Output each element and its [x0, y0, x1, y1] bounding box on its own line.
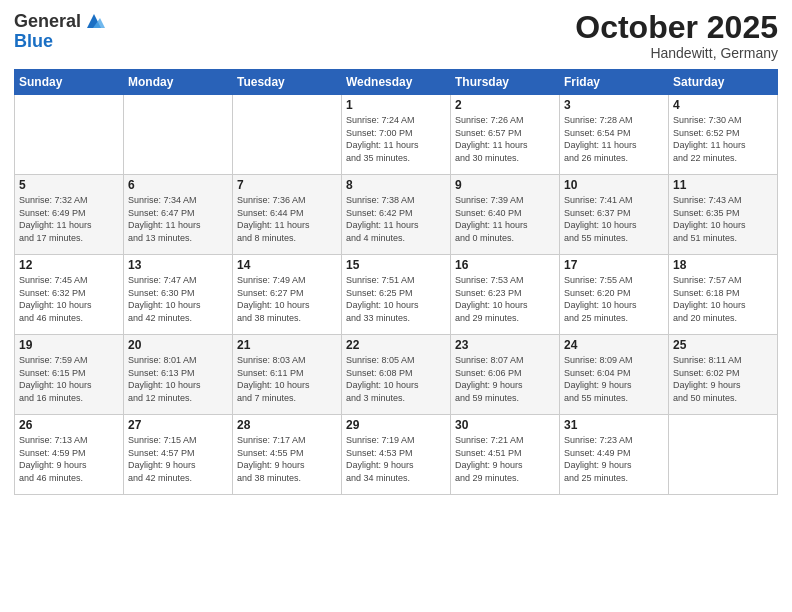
- calendar-week-4: 26Sunrise: 7:13 AM Sunset: 4:59 PM Dayli…: [15, 415, 778, 495]
- calendar-cell-0-6: 4Sunrise: 7:30 AM Sunset: 6:52 PM Daylig…: [669, 95, 778, 175]
- day-info: Sunrise: 8:07 AM Sunset: 6:06 PM Dayligh…: [455, 354, 555, 404]
- calendar-cell-1-6: 11Sunrise: 7:43 AM Sunset: 6:35 PM Dayli…: [669, 175, 778, 255]
- day-number: 31: [564, 418, 664, 432]
- day-info: Sunrise: 7:39 AM Sunset: 6:40 PM Dayligh…: [455, 194, 555, 244]
- col-header-wednesday: Wednesday: [342, 70, 451, 95]
- day-info: Sunrise: 8:09 AM Sunset: 6:04 PM Dayligh…: [564, 354, 664, 404]
- day-number: 26: [19, 418, 119, 432]
- calendar-week-2: 12Sunrise: 7:45 AM Sunset: 6:32 PM Dayli…: [15, 255, 778, 335]
- calendar-week-3: 19Sunrise: 7:59 AM Sunset: 6:15 PM Dayli…: [15, 335, 778, 415]
- day-info: Sunrise: 7:15 AM Sunset: 4:57 PM Dayligh…: [128, 434, 228, 484]
- calendar-cell-4-2: 28Sunrise: 7:17 AM Sunset: 4:55 PM Dayli…: [233, 415, 342, 495]
- day-number: 14: [237, 258, 337, 272]
- day-number: 16: [455, 258, 555, 272]
- day-info: Sunrise: 8:11 AM Sunset: 6:02 PM Dayligh…: [673, 354, 773, 404]
- location: Handewitt, Germany: [575, 45, 778, 61]
- calendar-cell-0-5: 3Sunrise: 7:28 AM Sunset: 6:54 PM Daylig…: [560, 95, 669, 175]
- col-header-tuesday: Tuesday: [233, 70, 342, 95]
- col-header-thursday: Thursday: [451, 70, 560, 95]
- day-info: Sunrise: 7:32 AM Sunset: 6:49 PM Dayligh…: [19, 194, 119, 244]
- calendar-cell-4-4: 30Sunrise: 7:21 AM Sunset: 4:51 PM Dayli…: [451, 415, 560, 495]
- calendar-cell-0-3: 1Sunrise: 7:24 AM Sunset: 7:00 PM Daylig…: [342, 95, 451, 175]
- calendar-cell-4-0: 26Sunrise: 7:13 AM Sunset: 4:59 PM Dayli…: [15, 415, 124, 495]
- day-number: 18: [673, 258, 773, 272]
- day-info: Sunrise: 7:28 AM Sunset: 6:54 PM Dayligh…: [564, 114, 664, 164]
- day-number: 1: [346, 98, 446, 112]
- calendar-cell-1-3: 8Sunrise: 7:38 AM Sunset: 6:42 PM Daylig…: [342, 175, 451, 255]
- calendar-cell-1-0: 5Sunrise: 7:32 AM Sunset: 6:49 PM Daylig…: [15, 175, 124, 255]
- day-info: Sunrise: 8:03 AM Sunset: 6:11 PM Dayligh…: [237, 354, 337, 404]
- calendar-table: SundayMondayTuesdayWednesdayThursdayFrid…: [14, 69, 778, 495]
- calendar-cell-0-2: [233, 95, 342, 175]
- calendar-cell-1-5: 10Sunrise: 7:41 AM Sunset: 6:37 PM Dayli…: [560, 175, 669, 255]
- day-number: 21: [237, 338, 337, 352]
- calendar-cell-3-3: 22Sunrise: 8:05 AM Sunset: 6:08 PM Dayli…: [342, 335, 451, 415]
- day-number: 6: [128, 178, 228, 192]
- day-number: 13: [128, 258, 228, 272]
- day-info: Sunrise: 8:01 AM Sunset: 6:13 PM Dayligh…: [128, 354, 228, 404]
- calendar-cell-0-4: 2Sunrise: 7:26 AM Sunset: 6:57 PM Daylig…: [451, 95, 560, 175]
- day-info: Sunrise: 7:21 AM Sunset: 4:51 PM Dayligh…: [455, 434, 555, 484]
- day-number: 4: [673, 98, 773, 112]
- calendar-cell-4-1: 27Sunrise: 7:15 AM Sunset: 4:57 PM Dayli…: [124, 415, 233, 495]
- calendar-cell-0-0: [15, 95, 124, 175]
- col-header-saturday: Saturday: [669, 70, 778, 95]
- logo-general: General: [14, 12, 81, 30]
- day-info: Sunrise: 7:55 AM Sunset: 6:20 PM Dayligh…: [564, 274, 664, 324]
- day-info: Sunrise: 7:19 AM Sunset: 4:53 PM Dayligh…: [346, 434, 446, 484]
- day-info: Sunrise: 7:30 AM Sunset: 6:52 PM Dayligh…: [673, 114, 773, 164]
- calendar-cell-3-6: 25Sunrise: 8:11 AM Sunset: 6:02 PM Dayli…: [669, 335, 778, 415]
- day-number: 17: [564, 258, 664, 272]
- day-number: 30: [455, 418, 555, 432]
- calendar-cell-3-0: 19Sunrise: 7:59 AM Sunset: 6:15 PM Dayli…: [15, 335, 124, 415]
- calendar-cell-1-4: 9Sunrise: 7:39 AM Sunset: 6:40 PM Daylig…: [451, 175, 560, 255]
- day-info: Sunrise: 7:23 AM Sunset: 4:49 PM Dayligh…: [564, 434, 664, 484]
- calendar-cell-2-2: 14Sunrise: 7:49 AM Sunset: 6:27 PM Dayli…: [233, 255, 342, 335]
- day-number: 23: [455, 338, 555, 352]
- calendar-cell-3-2: 21Sunrise: 8:03 AM Sunset: 6:11 PM Dayli…: [233, 335, 342, 415]
- calendar-cell-1-2: 7Sunrise: 7:36 AM Sunset: 6:44 PM Daylig…: [233, 175, 342, 255]
- day-number: 7: [237, 178, 337, 192]
- day-number: 20: [128, 338, 228, 352]
- calendar-cell-4-5: 31Sunrise: 7:23 AM Sunset: 4:49 PM Dayli…: [560, 415, 669, 495]
- day-number: 9: [455, 178, 555, 192]
- day-number: 29: [346, 418, 446, 432]
- day-number: 5: [19, 178, 119, 192]
- day-number: 22: [346, 338, 446, 352]
- day-info: Sunrise: 7:41 AM Sunset: 6:37 PM Dayligh…: [564, 194, 664, 244]
- day-number: 25: [673, 338, 773, 352]
- logo-icon: [83, 10, 105, 32]
- day-info: Sunrise: 7:43 AM Sunset: 6:35 PM Dayligh…: [673, 194, 773, 244]
- col-header-friday: Friday: [560, 70, 669, 95]
- calendar-cell-3-1: 20Sunrise: 8:01 AM Sunset: 6:13 PM Dayli…: [124, 335, 233, 415]
- col-header-sunday: Sunday: [15, 70, 124, 95]
- day-number: 11: [673, 178, 773, 192]
- day-info: Sunrise: 7:17 AM Sunset: 4:55 PM Dayligh…: [237, 434, 337, 484]
- calendar-week-0: 1Sunrise: 7:24 AM Sunset: 7:00 PM Daylig…: [15, 95, 778, 175]
- day-number: 28: [237, 418, 337, 432]
- day-number: 3: [564, 98, 664, 112]
- day-info: Sunrise: 7:24 AM Sunset: 7:00 PM Dayligh…: [346, 114, 446, 164]
- day-info: Sunrise: 7:51 AM Sunset: 6:25 PM Dayligh…: [346, 274, 446, 324]
- day-info: Sunrise: 7:59 AM Sunset: 6:15 PM Dayligh…: [19, 354, 119, 404]
- day-number: 2: [455, 98, 555, 112]
- page-container: General Blue October 2025 Handewitt, Ger…: [0, 0, 792, 612]
- calendar-cell-3-5: 24Sunrise: 8:09 AM Sunset: 6:04 PM Dayli…: [560, 335, 669, 415]
- page-header: General Blue October 2025 Handewitt, Ger…: [14, 10, 778, 61]
- day-number: 27: [128, 418, 228, 432]
- title-block: October 2025 Handewitt, Germany: [575, 10, 778, 61]
- day-number: 8: [346, 178, 446, 192]
- calendar-cell-4-6: [669, 415, 778, 495]
- day-info: Sunrise: 7:26 AM Sunset: 6:57 PM Dayligh…: [455, 114, 555, 164]
- day-info: Sunrise: 7:36 AM Sunset: 6:44 PM Dayligh…: [237, 194, 337, 244]
- calendar-week-1: 5Sunrise: 7:32 AM Sunset: 6:49 PM Daylig…: [15, 175, 778, 255]
- day-info: Sunrise: 7:57 AM Sunset: 6:18 PM Dayligh…: [673, 274, 773, 324]
- calendar-cell-3-4: 23Sunrise: 8:07 AM Sunset: 6:06 PM Dayli…: [451, 335, 560, 415]
- day-number: 19: [19, 338, 119, 352]
- col-header-monday: Monday: [124, 70, 233, 95]
- day-info: Sunrise: 8:05 AM Sunset: 6:08 PM Dayligh…: [346, 354, 446, 404]
- day-number: 15: [346, 258, 446, 272]
- calendar-cell-1-1: 6Sunrise: 7:34 AM Sunset: 6:47 PM Daylig…: [124, 175, 233, 255]
- day-info: Sunrise: 7:13 AM Sunset: 4:59 PM Dayligh…: [19, 434, 119, 484]
- logo: General Blue: [14, 10, 105, 50]
